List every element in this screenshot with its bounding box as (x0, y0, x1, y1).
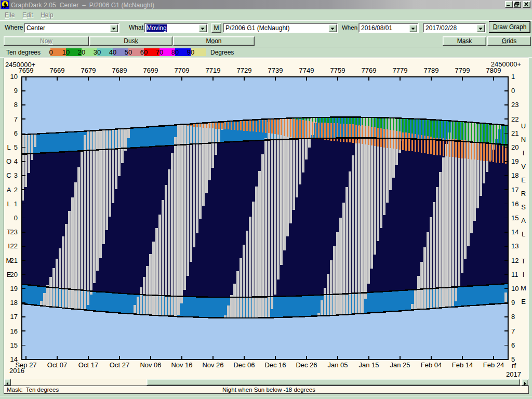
svg-text:22: 22 (10, 242, 18, 250)
svg-text:V: V (521, 163, 526, 170)
svg-text:7719: 7719 (206, 66, 221, 74)
svg-text:11: 11 (511, 271, 518, 278)
svg-text:5: 5 (511, 355, 515, 363)
svg-text:7699: 7699 (143, 66, 158, 74)
svg-text:23: 23 (10, 228, 18, 236)
svg-text:Oct 27: Oct 27 (110, 361, 129, 369)
svg-text:U: U (521, 122, 526, 130)
svg-text:20: 20 (511, 143, 518, 151)
svg-text:7: 7 (511, 327, 515, 335)
svg-text:1: 1 (14, 200, 18, 208)
svg-text:I: I (523, 149, 525, 157)
svg-text:7789: 7789 (424, 66, 439, 74)
svg-text:0: 0 (14, 214, 18, 222)
svg-text:A: A (521, 217, 526, 224)
svg-text:Jan 15: Jan 15 (358, 361, 379, 369)
svg-text:0: 0 (49, 48, 53, 56)
svg-text:17: 17 (511, 186, 518, 194)
svg-text:R: R (521, 190, 526, 197)
svg-text:7759: 7759 (330, 66, 345, 74)
svg-text:80: 80 (171, 48, 179, 56)
svg-text:Nov 16: Nov 16 (171, 361, 192, 369)
svg-text:17: 17 (10, 313, 18, 321)
svg-text:Oct 07: Oct 07 (47, 361, 67, 369)
svg-text:Nov 06: Nov 06 (140, 361, 161, 369)
svg-text:18: 18 (10, 299, 18, 307)
svg-text:M: M (6, 257, 12, 264)
svg-text:7729: 7729 (237, 66, 252, 74)
svg-text:16: 16 (10, 327, 18, 335)
svg-text:70: 70 (156, 48, 163, 56)
svg-text:A: A (7, 186, 11, 194)
svg-text:19: 19 (511, 157, 518, 165)
svg-text:Jan 25: Jan 25 (390, 361, 410, 369)
svg-text:L: L (522, 230, 525, 238)
svg-text:7679: 7679 (81, 66, 96, 74)
svg-text:2016: 2016 (9, 367, 24, 375)
svg-text:15: 15 (511, 214, 518, 222)
svg-text:5: 5 (14, 143, 18, 151)
svg-text:T: T (7, 228, 11, 236)
svg-text:2450000+: 2450000+ (491, 60, 521, 68)
svg-text:9: 9 (14, 87, 18, 95)
svg-text:6: 6 (14, 129, 18, 137)
svg-text:L: L (7, 200, 10, 208)
svg-text:13: 13 (511, 242, 518, 250)
svg-text:Feb 04: Feb 04 (421, 361, 442, 369)
svg-text:9: 9 (511, 299, 515, 307)
svg-text:Dec 16: Dec 16 (264, 361, 286, 369)
svg-text:90: 90 (187, 48, 194, 56)
svg-text:1: 1 (511, 73, 515, 81)
svg-text:C: C (6, 171, 11, 179)
svg-text:Feb 24: Feb 24 (483, 361, 504, 369)
svg-text:Oct 17: Oct 17 (78, 361, 98, 369)
svg-text:7709: 7709 (175, 66, 190, 74)
svg-text:15: 15 (10, 341, 18, 349)
svg-text:Dec 26: Dec 26 (296, 361, 317, 369)
svg-text:M: M (521, 284, 526, 292)
svg-text:Dec 06: Dec 06 (233, 361, 255, 369)
svg-text:14: 14 (511, 228, 518, 236)
svg-text:L: L (7, 143, 10, 151)
svg-text:7: 7 (14, 115, 18, 123)
svg-text:40: 40 (109, 48, 116, 56)
svg-text:7739: 7739 (268, 66, 283, 74)
svg-text:7779: 7779 (393, 66, 408, 74)
svg-text:0: 0 (511, 87, 515, 95)
svg-text:O: O (6, 157, 11, 165)
svg-text:I: I (8, 242, 10, 250)
svg-text:12: 12 (511, 257, 518, 264)
svg-text:23: 23 (511, 101, 518, 109)
svg-text:6: 6 (511, 341, 515, 349)
svg-text:50: 50 (125, 48, 132, 56)
svg-text:18: 18 (511, 171, 518, 179)
svg-text:2450000+: 2450000+ (5, 61, 35, 69)
svg-text:8: 8 (511, 313, 515, 321)
svg-text:E: E (521, 176, 526, 184)
svg-text:E: E (7, 271, 11, 278)
svg-text:19: 19 (10, 285, 18, 292)
svg-text:2: 2 (14, 186, 18, 194)
svg-text:7749: 7749 (299, 66, 314, 74)
svg-text:4: 4 (14, 157, 18, 165)
svg-text:I: I (523, 271, 525, 278)
svg-text:16: 16 (511, 200, 518, 208)
svg-text:S: S (521, 203, 526, 211)
svg-text:20: 20 (10, 271, 18, 278)
svg-text:2017: 2017 (506, 370, 521, 378)
svg-text:3: 3 (14, 171, 18, 179)
svg-text:Feb 14: Feb 14 (452, 361, 473, 369)
svg-text:7799: 7799 (455, 66, 470, 74)
svg-text:60: 60 (140, 48, 148, 56)
svg-text:Nov 26: Nov 26 (202, 361, 223, 369)
svg-text:7689: 7689 (112, 66, 127, 74)
svg-text:10: 10 (10, 73, 18, 81)
svg-text:7669: 7669 (50, 66, 65, 74)
svg-text:E: E (521, 298, 526, 305)
svg-text:8: 8 (14, 101, 18, 109)
svg-text:N: N (521, 136, 526, 143)
svg-text:7769: 7769 (362, 66, 377, 74)
svg-text:14: 14 (10, 355, 18, 363)
svg-text:20: 20 (78, 48, 85, 56)
svg-text:22: 22 (511, 115, 518, 123)
